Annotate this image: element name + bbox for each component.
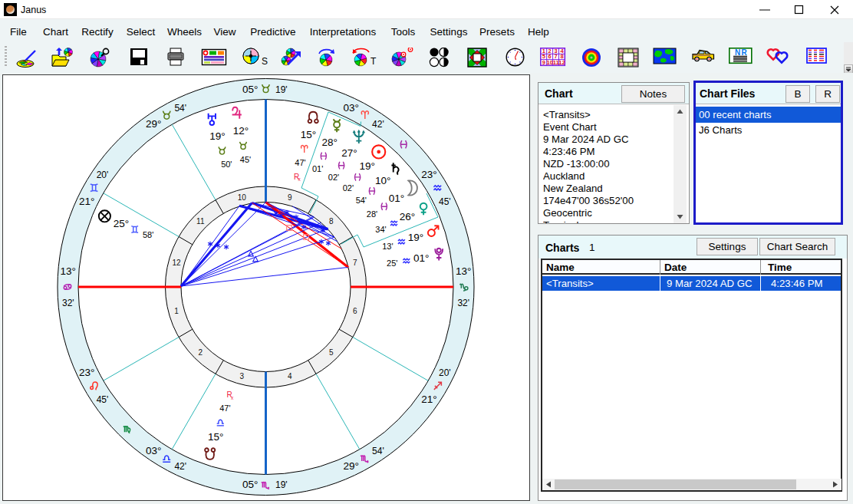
- svg-text:10: 10: [238, 193, 247, 202]
- svg-text:28': 28': [367, 209, 377, 219]
- svg-text:15°: 15°: [208, 431, 223, 443]
- svg-text:19': 19': [275, 84, 288, 95]
- svg-text:13': 13': [382, 242, 393, 251]
- svg-text:50': 50': [221, 160, 232, 169]
- svg-text:12°: 12°: [233, 125, 249, 137]
- svg-text:23°: 23°: [421, 169, 436, 180]
- svg-text:21°: 21°: [79, 196, 94, 207]
- svg-text:15°: 15°: [301, 129, 316, 140]
- svg-text:02': 02': [328, 173, 339, 182]
- svg-text:45': 45': [240, 155, 251, 164]
- svg-text:47': 47': [295, 158, 305, 167]
- svg-text:9: 9: [288, 193, 292, 202]
- svg-text:19°: 19°: [209, 130, 225, 142]
- svg-text:6: 6: [353, 307, 357, 315]
- svg-text:1: 1: [174, 307, 179, 315]
- svg-text:45': 45': [439, 196, 451, 207]
- svg-text:01°: 01°: [389, 193, 404, 204]
- svg-text:21°: 21°: [421, 394, 436, 405]
- svg-text:01°: 01°: [413, 252, 429, 264]
- svg-text:25': 25': [387, 259, 397, 268]
- svg-text:05°: 05°: [242, 479, 258, 490]
- svg-text:13°: 13°: [61, 265, 76, 277]
- svg-text:5: 5: [329, 348, 334, 357]
- svg-text:28°: 28°: [321, 137, 337, 148]
- svg-text:20': 20': [97, 170, 109, 180]
- svg-text:2: 2: [199, 348, 203, 357]
- svg-text:13°: 13°: [456, 265, 471, 277]
- svg-text:11: 11: [196, 217, 205, 226]
- svg-text:03°: 03°: [344, 102, 359, 114]
- svg-text:8: 8: [329, 217, 334, 226]
- svg-text:19': 19': [275, 479, 288, 490]
- svg-text:23°: 23°: [79, 367, 94, 378]
- svg-text:10°: 10°: [375, 175, 390, 186]
- svg-text:26°: 26°: [400, 211, 415, 222]
- svg-text:7: 7: [353, 259, 357, 267]
- svg-text:01': 01': [312, 164, 323, 173]
- svg-text:29°: 29°: [344, 460, 359, 472]
- svg-text:54': 54': [356, 196, 367, 205]
- svg-text:12: 12: [173, 259, 182, 267]
- svg-text:27°: 27°: [341, 147, 357, 159]
- svg-text:20': 20': [439, 367, 451, 378]
- svg-text:29°: 29°: [146, 118, 161, 130]
- svg-text:02': 02': [343, 183, 354, 193]
- svg-text:54': 54': [174, 103, 186, 114]
- svg-text:25°: 25°: [114, 218, 129, 229]
- svg-text:58': 58': [143, 230, 153, 239]
- svg-text:4: 4: [288, 372, 292, 380]
- svg-text:19°: 19°: [408, 232, 423, 243]
- svg-text:03°: 03°: [146, 445, 161, 456]
- svg-text:32': 32': [457, 298, 469, 308]
- svg-text:32': 32': [62, 298, 74, 308]
- svg-text:19°: 19°: [359, 160, 374, 172]
- svg-text:34': 34': [375, 225, 386, 234]
- svg-text:3: 3: [240, 372, 245, 380]
- svg-text:42': 42': [174, 461, 186, 472]
- svg-text:05°: 05°: [242, 84, 258, 95]
- svg-text:42': 42': [372, 119, 384, 130]
- svg-text:54': 54': [372, 446, 384, 456]
- svg-text:45': 45': [97, 394, 109, 405]
- svg-text:47': 47': [219, 404, 230, 413]
